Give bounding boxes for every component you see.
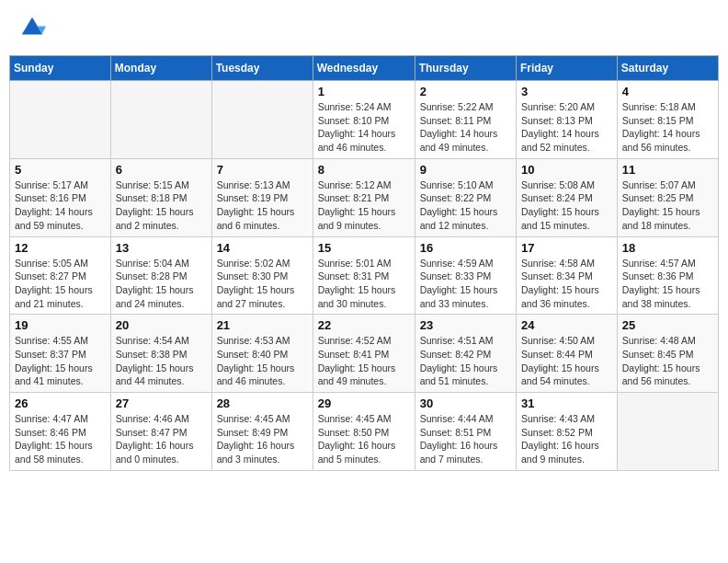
calendar-table: SundayMondayTuesdayWednesdayThursdayFrid… bbox=[9, 55, 719, 471]
calendar-cell: 17Sunrise: 4:58 AMSunset: 8:34 PMDayligh… bbox=[517, 236, 618, 315]
calendar-cell: 7Sunrise: 5:13 AMSunset: 8:19 PMDaylight… bbox=[211, 158, 313, 236]
calendar-cell: 24Sunrise: 4:50 AMSunset: 8:44 PMDayligh… bbox=[517, 315, 618, 393]
day-of-week-header: Tuesday bbox=[211, 56, 313, 81]
day-info: Sunrise: 4:51 AMSunset: 8:42 PMDaylight:… bbox=[420, 334, 511, 388]
calendar-cell bbox=[211, 81, 313, 159]
day-info: Sunrise: 5:13 AMSunset: 8:19 PMDaylight:… bbox=[217, 178, 308, 233]
day-number: 31 bbox=[521, 396, 612, 410]
day-info: Sunrise: 5:20 AMSunset: 8:13 PMDaylight:… bbox=[521, 100, 612, 155]
calendar-cell: 5Sunrise: 5:17 AMSunset: 8:16 PMDaylight… bbox=[10, 158, 111, 236]
calendar-header-row: SundayMondayTuesdayWednesdayThursdayFrid… bbox=[10, 56, 719, 81]
calendar-cell: 13Sunrise: 5:04 AMSunset: 8:28 PMDayligh… bbox=[110, 236, 211, 315]
day-number: 1 bbox=[318, 85, 410, 98]
day-number: 24 bbox=[521, 318, 612, 332]
day-info: Sunrise: 4:59 AMSunset: 8:33 PMDaylight:… bbox=[420, 257, 511, 311]
svg-marker-0 bbox=[22, 17, 43, 35]
day-number: 7 bbox=[217, 163, 308, 177]
calendar-cell: 10Sunrise: 5:08 AMSunset: 8:24 PMDayligh… bbox=[517, 158, 618, 236]
day-number: 22 bbox=[318, 318, 410, 332]
calendar-cell: 21Sunrise: 4:53 AMSunset: 8:40 PMDayligh… bbox=[211, 315, 313, 393]
calendar-cell: 31Sunrise: 4:43 AMSunset: 8:52 PMDayligh… bbox=[517, 393, 618, 471]
calendar-cell: 8Sunrise: 5:12 AMSunset: 8:21 PMDaylight… bbox=[313, 158, 415, 236]
page-header bbox=[9, 9, 719, 46]
day-number: 15 bbox=[318, 241, 410, 255]
calendar-week-row: 1Sunrise: 5:24 AMSunset: 8:10 PMDaylight… bbox=[10, 81, 719, 159]
calendar-cell: 28Sunrise: 4:45 AMSunset: 8:49 PMDayligh… bbox=[211, 393, 313, 471]
calendar-cell: 18Sunrise: 4:57 AMSunset: 8:36 PMDayligh… bbox=[617, 236, 718, 315]
calendar-cell: 22Sunrise: 4:52 AMSunset: 8:41 PMDayligh… bbox=[313, 315, 415, 393]
day-info: Sunrise: 4:46 AMSunset: 8:47 PMDaylight:… bbox=[116, 412, 207, 466]
day-of-week-header: Monday bbox=[110, 56, 211, 81]
day-number: 11 bbox=[622, 163, 713, 177]
day-number: 8 bbox=[318, 163, 410, 177]
day-info: Sunrise: 5:18 AMSunset: 8:15 PMDaylight:… bbox=[622, 100, 713, 155]
calendar-cell bbox=[617, 393, 718, 471]
day-info: Sunrise: 4:53 AMSunset: 8:40 PMDaylight:… bbox=[217, 334, 308, 388]
calendar-week-row: 12Sunrise: 5:05 AMSunset: 8:27 PMDayligh… bbox=[10, 236, 719, 315]
day-number: 25 bbox=[622, 318, 713, 332]
day-number: 21 bbox=[217, 318, 308, 332]
calendar-cell: 20Sunrise: 4:54 AMSunset: 8:38 PMDayligh… bbox=[110, 315, 211, 393]
day-number: 29 bbox=[318, 396, 410, 410]
day-info: Sunrise: 4:54 AMSunset: 8:38 PMDaylight:… bbox=[116, 334, 207, 388]
day-number: 28 bbox=[217, 396, 308, 410]
day-number: 27 bbox=[116, 396, 207, 410]
day-number: 16 bbox=[420, 241, 511, 255]
calendar-cell: 26Sunrise: 4:47 AMSunset: 8:46 PMDayligh… bbox=[10, 393, 111, 471]
calendar-cell: 30Sunrise: 4:44 AMSunset: 8:51 PMDayligh… bbox=[415, 393, 516, 471]
day-info: Sunrise: 4:58 AMSunset: 8:34 PMDaylight:… bbox=[521, 257, 612, 311]
day-number: 4 bbox=[622, 85, 713, 98]
day-info: Sunrise: 4:44 AMSunset: 8:51 PMDaylight:… bbox=[420, 412, 511, 466]
calendar-cell: 29Sunrise: 4:45 AMSunset: 8:50 PMDayligh… bbox=[313, 393, 415, 471]
day-info: Sunrise: 5:05 AMSunset: 8:27 PMDaylight:… bbox=[15, 257, 106, 311]
day-info: Sunrise: 5:10 AMSunset: 8:22 PMDaylight:… bbox=[420, 178, 511, 233]
logo-icon bbox=[18, 14, 46, 41]
day-info: Sunrise: 5:08 AMSunset: 8:24 PMDaylight:… bbox=[521, 178, 612, 233]
calendar-week-row: 26Sunrise: 4:47 AMSunset: 8:46 PMDayligh… bbox=[10, 393, 719, 471]
day-info: Sunrise: 5:22 AMSunset: 8:11 PMDaylight:… bbox=[420, 100, 511, 155]
calendar-cell: 11Sunrise: 5:07 AMSunset: 8:25 PMDayligh… bbox=[617, 158, 718, 236]
day-of-week-header: Saturday bbox=[617, 56, 718, 81]
day-of-week-header: Wednesday bbox=[313, 56, 415, 81]
day-of-week-header: Thursday bbox=[415, 56, 516, 81]
calendar-cell: 25Sunrise: 4:48 AMSunset: 8:45 PMDayligh… bbox=[617, 315, 718, 393]
day-of-week-header: Sunday bbox=[10, 56, 111, 81]
calendar-cell: 14Sunrise: 5:02 AMSunset: 8:30 PMDayligh… bbox=[211, 236, 313, 315]
calendar-cell: 2Sunrise: 5:22 AMSunset: 8:11 PMDaylight… bbox=[415, 81, 516, 159]
calendar-week-row: 5Sunrise: 5:17 AMSunset: 8:16 PMDaylight… bbox=[10, 158, 719, 236]
day-number: 19 bbox=[15, 318, 106, 332]
day-number: 3 bbox=[521, 85, 612, 98]
calendar-cell: 16Sunrise: 4:59 AMSunset: 8:33 PMDayligh… bbox=[415, 236, 516, 315]
calendar-week-row: 19Sunrise: 4:55 AMSunset: 8:37 PMDayligh… bbox=[10, 315, 719, 393]
calendar-cell: 19Sunrise: 4:55 AMSunset: 8:37 PMDayligh… bbox=[10, 315, 111, 393]
logo bbox=[18, 14, 50, 41]
day-number: 18 bbox=[622, 241, 713, 255]
calendar-cell: 27Sunrise: 4:46 AMSunset: 8:47 PMDayligh… bbox=[110, 393, 211, 471]
day-info: Sunrise: 5:24 AMSunset: 8:10 PMDaylight:… bbox=[318, 100, 410, 155]
day-number: 12 bbox=[15, 241, 106, 255]
day-info: Sunrise: 4:45 AMSunset: 8:50 PMDaylight:… bbox=[318, 412, 410, 466]
day-info: Sunrise: 5:17 AMSunset: 8:16 PMDaylight:… bbox=[15, 178, 106, 233]
calendar-cell: 3Sunrise: 5:20 AMSunset: 8:13 PMDaylight… bbox=[517, 81, 618, 159]
day-info: Sunrise: 5:01 AMSunset: 8:31 PMDaylight:… bbox=[318, 257, 410, 311]
calendar-cell bbox=[10, 81, 111, 159]
calendar-cell: 23Sunrise: 4:51 AMSunset: 8:42 PMDayligh… bbox=[415, 315, 516, 393]
day-info: Sunrise: 4:48 AMSunset: 8:45 PMDaylight:… bbox=[622, 334, 713, 388]
day-info: Sunrise: 4:57 AMSunset: 8:36 PMDaylight:… bbox=[622, 257, 713, 311]
calendar-cell: 15Sunrise: 5:01 AMSunset: 8:31 PMDayligh… bbox=[313, 236, 415, 315]
calendar-cell: 9Sunrise: 5:10 AMSunset: 8:22 PMDaylight… bbox=[415, 158, 516, 236]
calendar-cell: 1Sunrise: 5:24 AMSunset: 8:10 PMDaylight… bbox=[313, 81, 415, 159]
day-number: 17 bbox=[521, 241, 612, 255]
calendar-cell: 4Sunrise: 5:18 AMSunset: 8:15 PMDaylight… bbox=[617, 81, 718, 159]
day-number: 6 bbox=[116, 163, 207, 177]
calendar-cell: 12Sunrise: 5:05 AMSunset: 8:27 PMDayligh… bbox=[10, 236, 111, 315]
day-info: Sunrise: 4:50 AMSunset: 8:44 PMDaylight:… bbox=[521, 334, 612, 388]
day-info: Sunrise: 5:15 AMSunset: 8:18 PMDaylight:… bbox=[116, 178, 207, 233]
day-info: Sunrise: 5:02 AMSunset: 8:30 PMDaylight:… bbox=[217, 257, 308, 311]
day-number: 23 bbox=[420, 318, 511, 332]
day-number: 20 bbox=[116, 318, 207, 332]
day-info: Sunrise: 5:12 AMSunset: 8:21 PMDaylight:… bbox=[318, 178, 410, 233]
day-info: Sunrise: 4:43 AMSunset: 8:52 PMDaylight:… bbox=[521, 412, 612, 466]
day-number: 14 bbox=[217, 241, 308, 255]
calendar-cell: 6Sunrise: 5:15 AMSunset: 8:18 PMDaylight… bbox=[110, 158, 211, 236]
